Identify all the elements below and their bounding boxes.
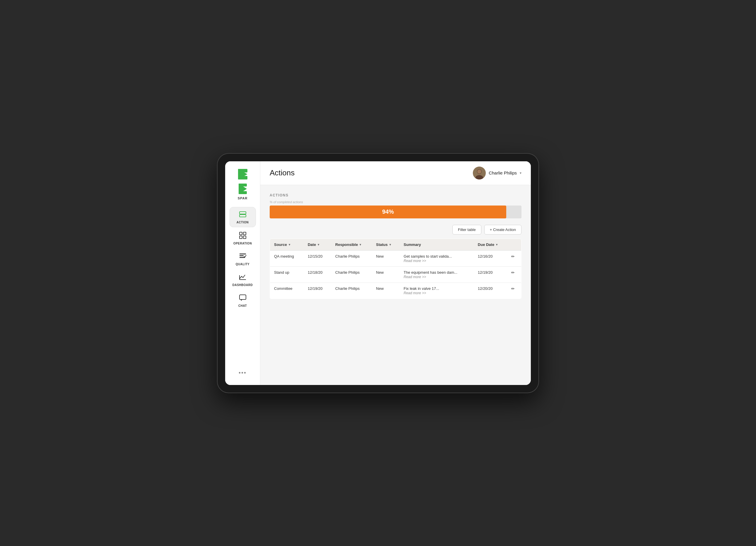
svg-rect-4 [239,184,247,186]
progress-bar-container: 94% [270,206,521,218]
cell-responsible-1: Charlie Philips [331,266,372,283]
action-label: ACTION [237,221,249,224]
content-area: ACTIONS % of completed actions 94% Filte… [260,185,531,385]
cell-date-2: 12/19/20 [304,283,331,299]
read-more-link-2[interactable]: Read more >> [404,291,426,295]
tablet-screen: SPAR ACTION [225,161,531,385]
page-title: Actions [270,168,295,177]
svg-rect-11 [243,236,246,239]
quality-label: QUALITY [236,263,249,266]
col-header-summary: Summary [400,239,474,250]
table-row: Stand up 12/18/20 Charlie Philips New Th… [270,266,521,283]
col-header-date[interactable]: Date ▾ [304,239,331,250]
svg-rect-1 [238,169,247,172]
operation-label: OPERATION [233,242,252,245]
cell-summary-0: Get samples to start valida... Read more… [400,250,474,266]
svg-rect-6 [240,212,246,214]
app-header: Actions Charlie Philips ▾ [260,161,531,185]
date-sort-icon: ▾ [318,243,319,246]
edit-icon-1[interactable]: ✏ [511,270,515,275]
dashboard-icon [239,273,247,282]
source-sort-icon: ▾ [289,243,290,246]
sidebar-item-quality[interactable]: QUALITY [230,249,256,269]
operation-icon [239,231,247,241]
svg-rect-14 [240,257,245,258]
cell-status-2: New [372,283,399,299]
col-header-edit [507,239,521,250]
table-row: Committee 12/19/20 Charlie Philips New F… [270,283,521,299]
table-row: QA meeting 12/15/20 Charlie Philips New … [270,250,521,266]
col-header-responsible[interactable]: Responsible ▾ [331,239,372,250]
user-profile[interactable]: Charlie Philips ▾ [473,167,521,179]
app-name-label: SPAR [238,196,248,200]
cell-responsible-0: Charlie Philips [331,250,372,266]
status-sort-icon: ▾ [389,243,391,246]
cell-summary-1: The equipment has been dam... Read more … [400,266,474,283]
spar-logo-icon [236,167,250,181]
cell-edit-0[interactable]: ✏ [507,250,521,266]
progress-sublabel: % of completed actions [270,200,521,204]
table-header-row: Source ▾ Date ▾ [270,239,521,250]
cell-date-0: 12/15/20 [304,250,331,266]
cell-edit-1[interactable]: ✏ [507,266,521,283]
svg-rect-12 [240,254,246,254]
main-content: Actions Charlie Philips ▾ [260,161,531,385]
user-name-label: Charlie Philips [489,170,517,175]
cell-status-1: New [372,266,399,283]
svg-rect-9 [243,232,246,235]
cell-due-date-0: 12/16/20 [474,250,507,266]
cell-due-date-2: 12/20/20 [474,283,507,299]
tablet-frame: SPAR ACTION [217,153,539,393]
actions-table: Source ▾ Date ▾ [270,239,521,299]
svg-rect-2 [238,176,247,179]
table-controls: Filter table + Create Action [270,225,521,235]
cell-summary-2: Fix leak in valve 17... Read more >> [400,283,474,299]
avatar-image [473,167,486,179]
sidebar-logo: SPAR [236,167,250,200]
sidebar-item-action[interactable]: ACTION [230,207,256,227]
svg-rect-5 [239,191,247,194]
cell-status-0: New [372,250,399,266]
read-more-link-1[interactable]: Read more >> [404,275,426,279]
cell-source-2: Committee [270,283,304,299]
progress-section: ACTIONS % of completed actions 94% [270,193,521,218]
edit-icon-2[interactable]: ✏ [511,286,515,291]
svg-rect-7 [240,215,246,217]
svg-rect-17 [240,295,246,299]
due-date-sort-icon: ▾ [496,243,497,246]
avatar [473,167,486,179]
filter-table-button[interactable]: Filter table [452,225,481,235]
sidebar-item-dashboard[interactable]: DASHBOARD [230,270,256,290]
sidebar-item-operation[interactable]: OPERATION [230,228,256,248]
cell-due-date-1: 12/19/20 [474,266,507,283]
svg-rect-10 [240,236,242,239]
create-action-button[interactable]: + Create Action [484,225,521,235]
svg-rect-13 [240,255,244,256]
spar-brand-icon [236,182,249,195]
responsible-sort-icon: ▾ [360,243,361,246]
chat-icon [239,294,247,303]
cell-source-1: Stand up [270,266,304,283]
section-label: ACTIONS [270,193,521,197]
progress-value: 94% [382,208,394,215]
cell-source-0: QA meeting [270,250,304,266]
read-more-link-0[interactable]: Read more >> [404,259,426,263]
col-header-due-date[interactable]: Due Date ▾ [474,239,507,250]
sidebar-item-chat[interactable]: CHAT [230,291,256,310]
chat-label: CHAT [238,304,247,307]
cell-date-1: 12/18/20 [304,266,331,283]
action-icon [239,210,247,220]
more-menu-button[interactable]: ••• [236,367,249,379]
col-header-source[interactable]: Source ▾ [270,239,304,250]
edit-icon-0[interactable]: ✏ [511,254,515,259]
svg-rect-8 [240,232,242,235]
cell-edit-2[interactable]: ✏ [507,283,521,299]
chevron-down-icon: ▾ [520,171,521,175]
svg-point-21 [477,170,481,174]
progress-bar-fill: 94% [270,206,506,218]
cell-responsible-2: Charlie Philips [331,283,372,299]
dashboard-label: DASHBOARD [232,283,253,287]
quality-icon [239,252,247,261]
col-header-status[interactable]: Status ▾ [372,239,399,250]
sidebar: SPAR ACTION [225,161,260,385]
